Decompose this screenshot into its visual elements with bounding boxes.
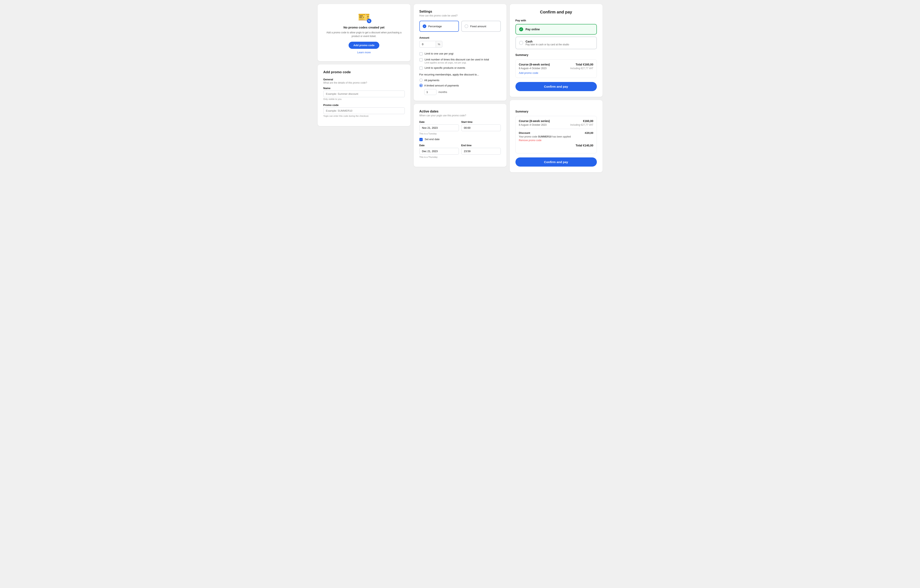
all-payments-row: All payments <box>420 79 501 82</box>
bottom-course-dates: 8 August–4 October 2023 <box>519 123 547 126</box>
add-promo-code-button[interactable]: Add promo code <box>348 42 379 49</box>
confirm-title: Confirm and pay <box>515 10 597 15</box>
confirm-pay-button-top[interactable]: Confirm and pay <box>515 82 597 91</box>
limit-one-use-row: Limit to one use per yogi <box>420 52 501 55</box>
summary-box-top: Course (8-week series) Total €160,00 8 A… <box>515 60 597 78</box>
start-date-label: Date <box>420 121 459 123</box>
empty-promo-description: Add a promo code to allow yogis to get a… <box>323 31 405 38</box>
end-time-input[interactable] <box>461 148 501 155</box>
cash-icon <box>519 41 523 45</box>
amount-unit: % <box>436 41 442 48</box>
settings-card: Settings How can this promo code be used… <box>414 4 507 101</box>
amount-input[interactable] <box>420 41 436 48</box>
learn-more-link[interactable]: Learn more <box>357 51 371 54</box>
course-vat: Including €27,77 VAT <box>570 67 593 70</box>
left-column: 🎫 % No promo codes created yet Add a pro… <box>317 4 410 172</box>
months-input[interactable] <box>424 89 436 95</box>
cash-label: Cash <box>526 40 569 43</box>
limit-specific-row: Limit to specific products or events <box>420 66 501 70</box>
limit-total-hint: Limit applies across all yogis, not per … <box>425 61 489 64</box>
name-hint: Only visible to you. <box>323 98 405 100</box>
promo-code-input[interactable] <box>323 107 405 114</box>
end-date-input[interactable] <box>420 148 459 155</box>
summary-divider <box>519 129 593 129</box>
limit-total-row: Limit number of times this discount can … <box>420 58 501 64</box>
name-input[interactable] <box>323 90 405 97</box>
start-date-field: Date <box>420 121 459 131</box>
general-description: What are the details of this promo code? <box>323 81 405 84</box>
pay-online-icon: ✓ <box>519 27 523 31</box>
limit-specific-label: Limit to specific products or events <box>425 66 465 69</box>
promo-applied-text: Your promo code SUMMER10 has been applie… <box>519 135 593 138</box>
set-end-date-checkbox[interactable]: ✓ <box>420 138 423 141</box>
promo-code-field-group: Promo code Yogis can enter this code dur… <box>323 103 405 117</box>
amount-input-wrap: % <box>420 41 501 48</box>
course-label: Course (8-week series) <box>519 63 550 66</box>
promo-icon-wrap: 🎫 % <box>358 11 370 23</box>
start-date-row: Date Start time <box>420 121 501 131</box>
limit-one-use-checkbox[interactable] <box>420 52 423 55</box>
right-column: Confirm and pay Pay with ✓ Pay online Ca… <box>510 4 603 172</box>
recurring-section: For recurring memberships, apply the dis… <box>420 73 501 95</box>
all-payments-label: All payments <box>424 79 439 82</box>
pay-online-label: Pay online <box>526 27 540 31</box>
settings-title: Settings <box>420 10 501 13</box>
start-time-input[interactable] <box>461 124 501 131</box>
active-dates-subtitle: When can your yogis use this promo code? <box>420 114 501 117</box>
fixed-amount-option[interactable]: Fixed amount <box>461 21 501 32</box>
general-heading: General <box>323 78 405 81</box>
discount-row: Discount -€20,00 <box>519 131 593 134</box>
name-field-group: Name Only visible to you. <box>323 87 405 100</box>
percentage-option[interactable]: Percentage <box>420 21 459 32</box>
promo-code-hint: Yogis can enter this code during the che… <box>323 115 405 117</box>
promo-applied-prefix: Your promo code <box>519 135 538 138</box>
add-promo-link[interactable]: Add promo code <box>519 71 593 74</box>
months-input-row: months <box>424 89 501 95</box>
active-dates-card: Active dates When can your yogis use thi… <box>414 104 507 167</box>
total-final-label: Total €140,00 <box>576 144 593 147</box>
start-time-field: Start time <box>461 121 501 131</box>
discount-value: -€20,00 <box>584 131 593 134</box>
start-date-input[interactable] <box>420 124 459 131</box>
course-total: Total €160,00 <box>576 63 593 66</box>
remove-promo-link[interactable]: Remove promo code <box>519 139 593 142</box>
summary-label-bottom: Summary <box>515 110 597 113</box>
empty-promo-card: 🎫 % No promo codes created yet Add a pro… <box>317 4 410 61</box>
set-end-date-row: ✓ Set end date <box>420 138 501 141</box>
percent-badge: % <box>367 19 371 23</box>
add-promo-title: Add promo code <box>323 70 405 74</box>
bottom-course-price: €160,00 <box>583 120 593 123</box>
start-day-hint: This is a Tuesday <box>420 132 501 135</box>
limit-specific-checkbox[interactable] <box>420 66 423 70</box>
end-date-field: Date <box>420 144 459 155</box>
limited-payments-radio[interactable] <box>420 84 423 87</box>
course-dates: 8 August–4 October 2023 <box>519 67 547 70</box>
name-label: Name <box>323 87 405 90</box>
active-dates-title: Active dates <box>420 110 501 113</box>
set-end-date-label: Set end date <box>425 138 440 141</box>
total-final-row: Total €140,00 <box>519 144 593 147</box>
all-payments-radio[interactable] <box>420 79 423 82</box>
summary-box-bottom: Course (8-week series) €160,00 8 August–… <box>515 116 597 153</box>
bottom-dates-vat-row: 8 August–4 October 2023 Including €27,77… <box>519 123 593 126</box>
promo-applied-suffix: has been applied <box>552 135 571 138</box>
percentage-radio <box>423 24 426 28</box>
pay-online-option[interactable]: ✓ Pay online <box>515 24 597 35</box>
end-date-row: Date End time <box>420 144 501 155</box>
bottom-course-row: Course (8-week series) €160,00 <box>519 120 593 123</box>
add-promo-code-card: Add promo code General What are the deta… <box>317 65 410 126</box>
limit-total-checkbox[interactable] <box>420 58 423 61</box>
limit-total-label: Limit number of times this discount can … <box>425 58 489 61</box>
summary-label-top: Summary <box>515 53 597 57</box>
promo-code-text: SUMMER10 <box>538 135 552 138</box>
limited-payments-label: A limited amount of payments <box>424 84 459 87</box>
pay-with-label: Pay with <box>515 19 597 22</box>
end-day-hint: This is a Thursday <box>420 156 501 158</box>
empty-promo-title: No promo codes created yet <box>343 26 385 29</box>
amount-label: Amount <box>420 36 501 39</box>
confirm-pay-button-bottom[interactable]: Confirm and pay <box>515 157 597 166</box>
start-time-label: Start time <box>461 121 501 123</box>
dates-vat-row: 8 August–4 October 2023 Including €27,77… <box>519 67 593 70</box>
cash-option[interactable]: Cash Pay later in cash or by card at the… <box>515 37 597 49</box>
end-time-label: End time <box>461 144 501 147</box>
